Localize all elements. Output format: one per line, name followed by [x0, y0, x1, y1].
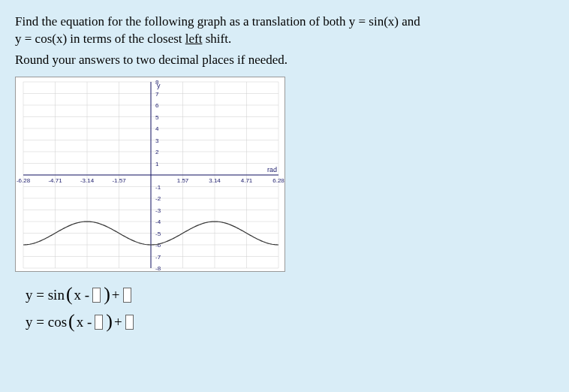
x-tick-label: 6.28	[272, 177, 284, 184]
paren-close-2: )	[106, 314, 113, 330]
y-tick-label: -6	[155, 242, 161, 249]
graph-panel: -6.28-4.71-3.14-1.571.573.144.716.28-8-7…	[15, 77, 285, 272]
cos-shift-input[interactable]	[95, 315, 103, 330]
y-axis-label: y	[157, 82, 161, 89]
x-tick-label: 1.57	[177, 177, 189, 184]
paren-close: )	[104, 287, 110, 303]
graph-svg: -6.28-4.71-3.14-1.571.573.144.716.28-8-7…	[16, 77, 286, 273]
y-tick-label: 7	[155, 90, 159, 97]
sin-vshift-input[interactable]	[123, 288, 131, 303]
y-tick-label: -4	[155, 219, 161, 225]
x-tick-label: -4.71	[48, 177, 62, 184]
x-tick-label: -1.57	[112, 177, 126, 184]
y-tick-label: -1	[155, 183, 161, 190]
question-line-1: Find the equation for the following grap…	[15, 14, 554, 48]
y-tick-label: 2	[155, 149, 159, 155]
sin-prefix: y = sin	[26, 287, 65, 303]
y-tick-label: 4	[155, 125, 159, 132]
question-underline: left	[185, 32, 203, 46]
y-tick-label: -8	[155, 265, 161, 272]
cos-prefix: y = cos	[26, 314, 67, 330]
x-tick-label: 3.14	[209, 177, 221, 184]
cos-plus: +	[114, 314, 122, 330]
cos-vshift-input[interactable]	[125, 315, 134, 330]
y-tick-label: 1	[155, 160, 159, 167]
x-tick-label: -6.28	[17, 177, 31, 184]
rounding-instruction: Round your answers to two decimal places…	[15, 53, 554, 68]
y-tick-label: 5	[155, 113, 159, 120]
paren-open: (	[66, 287, 73, 303]
x-tick-label: -3.14	[80, 177, 95, 184]
y-tick-label: -7	[155, 253, 161, 260]
question-text-b-post: shift.	[202, 32, 231, 46]
y-tick-label: -2	[155, 195, 161, 202]
sin-xminus: x -	[74, 287, 90, 303]
x-axis-label: rad	[267, 166, 277, 173]
sin-shift-input[interactable]	[92, 288, 101, 303]
cos-xminus: x -	[77, 314, 92, 330]
question-text-a: Find the equation for the following grap…	[15, 14, 420, 29]
question-text-b-pre: y = cos(x) in terms of the closest	[15, 32, 185, 46]
y-tick-label: 3	[155, 137, 159, 143]
y-tick-label: -5	[155, 230, 161, 237]
sin-plus: +	[112, 287, 120, 303]
y-tick-label: -3	[155, 207, 161, 213]
equation-cos: y = cos(x - ) +	[26, 314, 554, 330]
x-tick-label: 4.71	[241, 177, 253, 184]
equation-sin: y = sin(x - ) +	[26, 287, 554, 303]
y-tick-label: 6	[155, 102, 159, 109]
paren-open-2: (	[68, 314, 75, 330]
